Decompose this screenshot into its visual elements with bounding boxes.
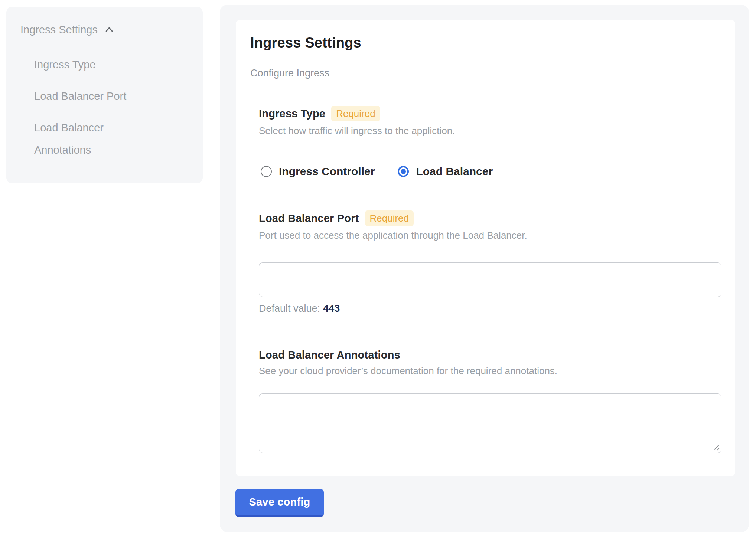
page-subtitle: Configure Ingress (250, 67, 721, 79)
load-balancer-annotations-description: See your cloud provider’s documentation … (259, 365, 721, 377)
section-load-balancer-annotations: Load Balancer Annotations See your cloud… (259, 348, 721, 453)
ingress-settings-panel: Ingress Settings Configure Ingress Ingre… (220, 5, 749, 532)
section-ingress-type: Ingress Type Required Select how traffic… (259, 106, 721, 178)
radio-option-load-balancer[interactable]: Load Balancer (398, 165, 493, 178)
default-value: 443 (323, 303, 340, 314)
load-balancer-port-label: Load Balancer Port (259, 212, 359, 225)
section-load-balancer-port: Load Balancer Port Required Port used to… (259, 210, 721, 315)
radio-label: Load Balancer (416, 165, 493, 178)
sidebar-item-ingress-type[interactable]: Ingress Type (34, 53, 149, 76)
load-balancer-annotations-label: Load Balancer Annotations (259, 348, 400, 362)
ingress-settings-card: Ingress Settings Configure Ingress Ingre… (236, 20, 735, 476)
radio-option-ingress-controller[interactable]: Ingress Controller (261, 165, 375, 178)
ingress-type-description: Select how traffic will ingress to the a… (259, 124, 721, 137)
chevron-up-icon (104, 24, 115, 35)
page-title: Ingress Settings (250, 35, 721, 51)
default-value-line: Default value:443 (259, 302, 721, 315)
radio-unselected-icon[interactable] (261, 166, 272, 177)
sidebar-list: Ingress Type Load Balancer Port Load Bal… (34, 53, 192, 161)
ingress-type-radio-group: Ingress Controller Load Balancer (261, 165, 721, 178)
sidebar-item-load-balancer-port[interactable]: Load Balancer Port (34, 85, 149, 107)
load-balancer-annotations-textarea[interactable] (259, 393, 721, 453)
ingress-type-label: Ingress Type (259, 107, 325, 120)
required-badge: Required (365, 210, 414, 226)
sidebar-section-ingress-settings[interactable]: Ingress Settings (20, 22, 192, 37)
settings-sidebar: Ingress Settings Ingress Type Load Balan… (6, 7, 203, 183)
sidebar-item-load-balancer-annotations[interactable]: Load Balancer Annotations (34, 117, 149, 161)
sidebar-section-label: Ingress Settings (20, 22, 98, 37)
radio-label: Ingress Controller (279, 165, 375, 178)
radio-selected-icon[interactable] (398, 166, 409, 177)
load-balancer-port-input[interactable] (259, 262, 721, 297)
default-value-label: Default value: (259, 303, 320, 314)
load-balancer-port-description: Port used to access the application thro… (259, 229, 721, 242)
required-badge: Required (331, 106, 380, 121)
save-config-button[interactable]: Save config (235, 489, 324, 517)
